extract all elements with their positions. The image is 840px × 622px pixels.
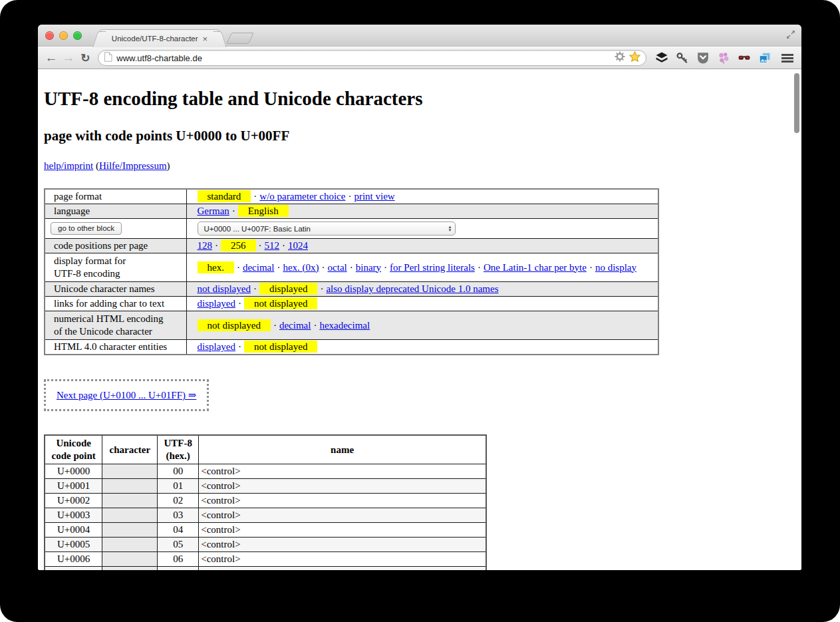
option-link[interactable]: hexadecimal <box>319 320 370 331</box>
separator: · <box>313 320 317 331</box>
option-link[interactable]: displayed <box>198 341 236 352</box>
help-imprint-link[interactable]: help/imprint <box>44 160 93 171</box>
page-icon <box>104 52 112 65</box>
block-select[interactable]: U+0000 ... U+007F: Basic Latin ▲▼ <box>198 222 456 235</box>
option-link[interactable]: displayed <box>198 298 236 309</box>
name-cell: <control> <box>199 552 486 567</box>
option-link[interactable]: w/o parameter choice <box>259 191 345 202</box>
setting-label: page format <box>45 189 186 204</box>
selected-option: 256 <box>221 239 256 251</box>
next-page-link[interactable]: Next page (U+0100 ... U+01FF) ⇒ <box>57 390 196 400</box>
utf8-cell: 05 <box>158 538 199 552</box>
character-table-header: Unicode code point character UTF-8 (hex.… <box>45 435 486 464</box>
pocket-extension-icon[interactable] <box>697 52 709 64</box>
menu-icon[interactable] <box>781 54 793 63</box>
table-row: U+000707<control> <box>45 567 486 571</box>
go-to-other-block-button[interactable]: go to other block <box>51 222 122 235</box>
close-tab-icon[interactable]: × <box>203 35 208 43</box>
settings-row-add-char-links: links for adding char to text displayed·… <box>45 297 658 311</box>
option-link[interactable]: no display <box>595 262 636 273</box>
separator: · <box>282 240 285 251</box>
settings-row-display-format: display format forUTF-8 encoding hex.·de… <box>45 253 658 282</box>
option-link[interactable]: decimal <box>279 320 311 331</box>
option-link[interactable]: German <box>198 206 229 216</box>
separator: · <box>478 262 481 273</box>
new-tab-button[interactable] <box>226 33 254 44</box>
close-window-button[interactable] <box>45 31 54 40</box>
selected-option: English <box>238 205 289 217</box>
name-cell: <control> <box>199 494 486 508</box>
settings-row-code-positions: code positions per page 128·256·512·1024 <box>45 239 658 253</box>
page-action-gear-icon[interactable] <box>615 51 625 65</box>
separator: · <box>238 341 241 352</box>
hilfe-impressum-link[interactable]: Hilfe/Impressum <box>99 160 167 171</box>
zoom-window-button[interactable] <box>73 31 82 40</box>
layers-extension-icon[interactable] <box>656 52 668 64</box>
option-link[interactable]: for Perl string literals <box>390 262 475 273</box>
character-cell <box>102 494 158 508</box>
character-cell <box>102 523 158 538</box>
codepoint-cell: U+0002 <box>45 494 102 508</box>
scrollbar-thumb[interactable] <box>794 73 799 133</box>
settings-row-numerical-html: numerical HTML encodingof the Unicode ch… <box>45 311 658 340</box>
url-text[interactable]: www.utf8-chartable.de <box>116 53 615 63</box>
codepoint-cell: U+0001 <box>45 479 102 494</box>
table-row: U+000000<control> <box>45 464 486 479</box>
page-title: UTF-8 encoding table and Unicode charact… <box>44 88 791 110</box>
address-bar[interactable]: www.utf8-chartable.de <box>98 50 646 66</box>
option-link[interactable]: binary <box>356 262 381 273</box>
table-row: U+000505<control> <box>45 538 486 552</box>
paren: ) <box>167 160 170 171</box>
select-stepper-icon: ▲▼ <box>448 226 452 232</box>
forward-button[interactable]: → <box>60 51 77 65</box>
settings-row-html40-entities: HTML 4.0 character entities displayed·no… <box>45 340 658 355</box>
page-subtitle: page with code points U+0000 to U+00FF <box>44 128 791 144</box>
utf8-cell: 03 <box>158 508 199 523</box>
tab-strip: Unicode/UTF-8-character × <box>38 25 801 47</box>
mask-extension-icon[interactable] <box>738 52 750 64</box>
separator: · <box>215 240 218 251</box>
character-cell <box>102 479 158 494</box>
separator: · <box>232 206 235 216</box>
block-select-value: U+0000 ... U+007F: Basic Latin <box>204 225 448 233</box>
browser-tab[interactable]: Unicode/UTF-8-character × <box>99 29 220 47</box>
selected-option: not displayed <box>244 297 317 309</box>
utf8-cell: 04 <box>158 523 199 538</box>
table-row: U+000202<control> <box>45 494 486 508</box>
option-link[interactable]: hex. (0x) <box>283 262 319 273</box>
bookmark-star-icon[interactable] <box>629 51 640 65</box>
setting-label: of the Unicode character <box>54 325 186 338</box>
separator: · <box>259 240 262 251</box>
name-cell: <control> <box>199 538 486 552</box>
character-cell <box>102 552 158 567</box>
codepoint-cell: U+0000 <box>45 464 102 479</box>
option-link[interactable]: 128 <box>198 240 213 251</box>
option-link[interactable]: not displayed <box>198 283 251 294</box>
browser-toolbar: ← → ↻ www.utf8-chartable.de <box>38 47 801 69</box>
option-link[interactable]: 512 <box>265 240 280 251</box>
photos-extension-icon[interactable] <box>759 52 771 64</box>
option-link[interactable]: decimal <box>243 262 274 273</box>
option-link[interactable]: octal <box>328 262 347 273</box>
option-link[interactable]: also display deprecated Unicode 1.0 name… <box>326 283 498 294</box>
settings-row-language: language German·English <box>45 204 658 219</box>
settings-row-char-names: Unicode character names not displayed·di… <box>45 282 658 297</box>
back-button[interactable]: ← <box>43 51 60 65</box>
option-link[interactable]: print view <box>354 191 394 202</box>
option-link[interactable]: 1024 <box>288 240 308 251</box>
key-extension-icon[interactable] <box>676 52 688 64</box>
page-content: UTF-8 encoding table and Unicode charact… <box>38 69 801 570</box>
table-row: U+000404<control> <box>45 523 486 538</box>
minimize-window-button[interactable] <box>59 31 68 40</box>
table-row: U+000101<control> <box>45 479 486 494</box>
fullscreen-icon[interactable] <box>785 29 796 40</box>
poodle-extension-icon[interactable] <box>718 52 730 64</box>
paren: ( <box>93 160 99 171</box>
separator: · <box>238 298 241 309</box>
column-header-codepoint: Unicode code point <box>45 435 102 464</box>
option-link[interactable]: One Latin-1 char per byte <box>484 262 587 273</box>
reload-button[interactable]: ↻ <box>77 51 94 65</box>
window-controls <box>45 31 82 40</box>
selected-option: hex. <box>198 261 234 273</box>
separator: · <box>348 191 351 202</box>
